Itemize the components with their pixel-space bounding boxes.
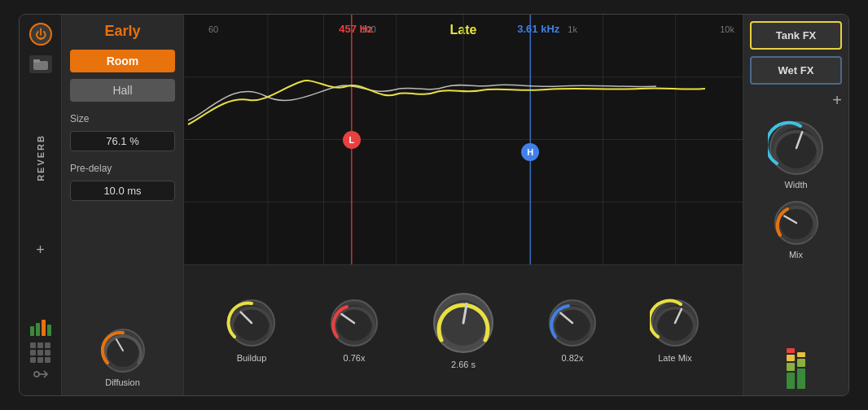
main-area: Late 60 100 1k 10k: [184, 15, 743, 395]
add-button[interactable]: +: [36, 242, 45, 257]
width-knob-group: Width: [750, 120, 842, 190]
svg-rect-47: [787, 348, 795, 353]
early-panel: Early Room Hall Size 76.1 % Pre-delay 10…: [62, 15, 184, 395]
size-value[interactable]: 76.1 %: [70, 131, 175, 151]
display-area: Late 60 100 1k 10k: [184, 15, 743, 265]
high-freq-display: 3.61 kHz: [506, 23, 571, 35]
late-mix-knob[interactable]: [650, 298, 700, 348]
grid-icon[interactable]: [30, 342, 50, 363]
sidebar-bottom-icons: [29, 318, 52, 387]
svg-rect-50: [797, 352, 805, 357]
decay-knob[interactable]: [432, 291, 495, 355]
right-plus-container: +: [750, 91, 842, 110]
late-mix-knob-group: Late Mix: [650, 298, 700, 363]
svg-rect-4: [42, 320, 46, 336]
low-eq-knob[interactable]: [329, 298, 379, 348]
size-label: Size: [70, 113, 175, 124]
diffusion-label: Diffusion: [105, 377, 140, 387]
output-meters: [750, 348, 842, 389]
svg-rect-49: [797, 359, 805, 367]
svg-rect-5: [47, 325, 51, 336]
high-handle[interactable]: H: [521, 143, 539, 161]
mix-label: Mix: [789, 250, 803, 260]
buildup-knob[interactable]: [226, 298, 277, 348]
early-title: Early: [70, 23, 175, 40]
arrow-icon[interactable]: [33, 369, 49, 379]
svg-rect-45: [787, 363, 795, 371]
knob1-group: 0.76x: [329, 298, 379, 363]
folder-button[interactable]: [29, 55, 52, 73]
width-knob[interactable]: [768, 120, 825, 177]
meter-right: [797, 348, 805, 389]
right-plus-button[interactable]: +: [832, 91, 842, 110]
tank-fx-button[interactable]: Tank FX: [750, 21, 842, 50]
left-sidebar: ⏻ REVERB +: [20, 15, 62, 395]
meter-icon: [29, 318, 52, 336]
controls-row: Buildup 0.76x: [184, 265, 743, 395]
reverb-label: REVERB: [36, 134, 46, 181]
diffusion-knob-container: Diffusion: [70, 327, 175, 387]
knob3-group: 0.82x: [547, 298, 598, 363]
svg-point-6: [34, 372, 39, 377]
svg-rect-3: [36, 323, 40, 336]
buildup-knob-group: Buildup: [226, 298, 277, 363]
power-icon: ⏻: [35, 28, 46, 40]
low-freq-display: 457 Hz: [327, 23, 384, 35]
eq-grid: [184, 15, 743, 264]
mix-knob[interactable]: [773, 199, 820, 246]
room-button[interactable]: Room: [70, 50, 175, 72]
wet-fx-button[interactable]: Wet FX: [750, 56, 842, 85]
svg-rect-44: [787, 373, 795, 389]
high-eq-knob[interactable]: [547, 298, 598, 348]
svg-rect-1: [33, 59, 40, 63]
knob1-label: 0.76x: [344, 353, 366, 363]
knob3-label: 0.82x: [562, 353, 584, 363]
meter-left: [787, 348, 795, 389]
mix-knob-group: Mix: [750, 199, 842, 260]
buildup-label: Buildup: [237, 353, 267, 363]
hall-button[interactable]: Hall: [70, 79, 175, 102]
folder-icon: [33, 59, 48, 70]
low-handle[interactable]: L: [343, 131, 361, 149]
svg-rect-48: [797, 369, 805, 389]
predelay-label: Pre-delay: [70, 163, 175, 174]
plugin-container: ⏻ REVERB +: [19, 14, 849, 396]
late-mix-label: Late Mix: [658, 353, 692, 363]
decay-knob-group: 2.66 s: [432, 291, 495, 369]
diffusion-knob[interactable]: [99, 327, 147, 374]
width-label: Width: [784, 180, 807, 190]
decay-label: 2.66 s: [451, 360, 476, 369]
power-button[interactable]: ⏻: [29, 23, 52, 46]
predelay-value[interactable]: 10.0 ms: [70, 181, 175, 201]
svg-rect-2: [30, 326, 34, 336]
svg-rect-46: [787, 355, 795, 361]
right-panel: Tank FX Wet FX + Width: [743, 15, 848, 395]
